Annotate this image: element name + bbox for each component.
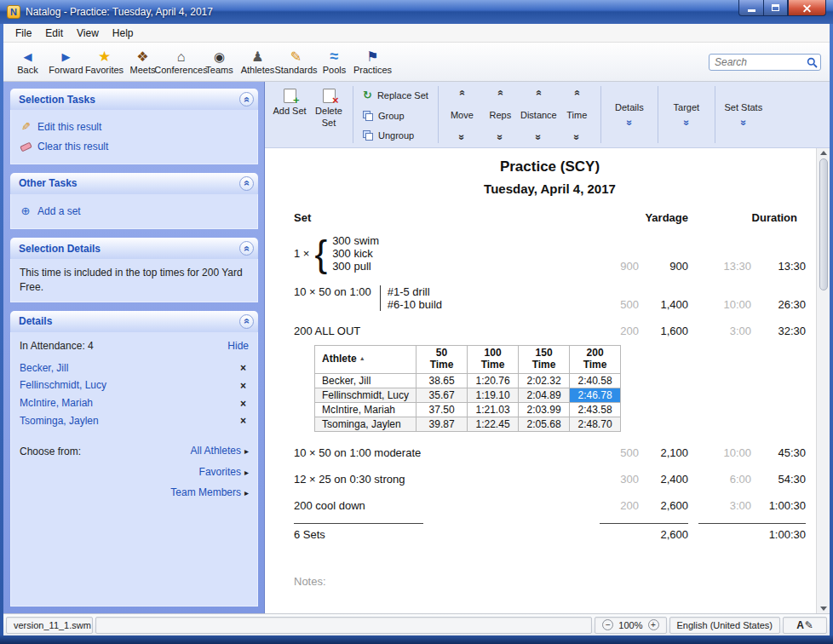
remove-attendee-icon[interactable] [238, 417, 249, 425]
distance-up-button[interactable] [534, 90, 543, 96]
collapse-panel-button[interactable] [239, 92, 254, 106]
teams-button[interactable]: ◉ Teams [200, 48, 238, 77]
favorites-button[interactable]: ★ Favorites [85, 48, 124, 77]
set-stats-menu-button[interactable]: Set Stats [720, 84, 767, 145]
time-cell[interactable]: 1:21.03 [468, 402, 519, 417]
add-a-set-link[interactable]: Add a set [20, 201, 249, 221]
selection-tasks-header[interactable]: Selection Tasks [10, 89, 258, 110]
practices-button[interactable]: ⚑ Practices [353, 48, 392, 77]
reps-up-button[interactable] [496, 90, 504, 96]
athlete-name-cell[interactable]: Fellinschmidt, Lucy [315, 388, 416, 402]
time-cell[interactable]: 39.87 [416, 417, 468, 431]
edit-this-result-link[interactable]: Edit this result [20, 117, 249, 137]
collapse-panel-button[interactable] [239, 241, 254, 256]
athletes-button[interactable]: ♟ Athletes [238, 48, 277, 77]
menu-edit[interactable]: Edit [38, 26, 70, 41]
collapse-panel-button[interactable] [239, 314, 254, 329]
time-cell[interactable]: 2:43.58 [570, 402, 621, 417]
attendee-link[interactable]: Becker, Jill [20, 361, 238, 376]
move-down-button[interactable] [457, 135, 466, 141]
other-tasks-header[interactable]: Other Tasks [10, 173, 258, 194]
column-header-150-time[interactable]: 150 Time [519, 346, 570, 374]
remove-attendee-icon[interactable] [238, 382, 249, 390]
search-icon[interactable] [807, 57, 818, 68]
vertical-scrollbar[interactable] [816, 148, 830, 613]
time-cell[interactable]: 2:48.70 [570, 417, 621, 431]
scroll-down-arrow[interactable] [820, 607, 827, 611]
scroll-up-arrow[interactable] [820, 151, 827, 155]
maximize-button[interactable] [763, 0, 788, 16]
back-button[interactable]: ◀ Back [9, 48, 47, 77]
set-row-4[interactable]: 10 × 50 on 1:00 moderate 500 2,100 10:00… [294, 446, 806, 459]
collapse-panel-button[interactable] [239, 176, 254, 191]
column-header-200-time[interactable]: 200 Time [570, 346, 621, 374]
standards-button[interactable]: ✎ Standards [277, 48, 315, 77]
menu-view[interactable]: View [70, 26, 106, 41]
favorites-link[interactable]: Favorites [170, 465, 249, 480]
move-up-button[interactable] [457, 90, 466, 96]
menu-help[interactable]: Help [106, 26, 141, 41]
menu-file[interactable]: File [9, 26, 38, 41]
target-menu-button[interactable]: Target [663, 84, 710, 145]
scrollbar-thumb[interactable] [819, 158, 828, 290]
attendee-link[interactable]: Tsominga, Jaylen [20, 414, 238, 428]
group-button[interactable]: Group [359, 110, 432, 122]
zoom-in-button[interactable]: + [648, 619, 659, 630]
reps-down-button[interactable] [496, 135, 504, 141]
athlete-name-cell[interactable]: McIntire, Mariah [315, 402, 416, 417]
minimize-button[interactable] [738, 0, 763, 16]
team-members-link[interactable]: Team Members [170, 486, 249, 500]
close-button[interactable] [788, 0, 826, 16]
set-row-3[interactable]: 200 ALL OUT 200 1,600 3:00 32:30 [294, 325, 806, 337]
column-header-50-time[interactable]: 50 Time [416, 346, 468, 374]
time-cell-selected[interactable]: 2:46.78 [570, 388, 621, 402]
time-cell[interactable]: 35.67 [416, 388, 468, 402]
delete-set-button[interactable]: Delete Set [309, 84, 348, 145]
all-athletes-label: All Athletes [191, 445, 241, 457]
replace-set-button[interactable]: Replace Set [359, 88, 432, 102]
time-cell[interactable]: 2:05.68 [519, 417, 570, 431]
search-input[interactable] [709, 54, 821, 71]
time-up-button[interactable] [572, 90, 581, 96]
athlete-name-cell[interactable]: Tsominga, Jaylen [315, 417, 416, 431]
clear-this-result-link[interactable]: Clear this result [20, 137, 249, 157]
titlebar[interactable]: N Natalog - Practice: Tuesday, April 4, … [0, 0, 833, 24]
remove-attendee-icon[interactable] [238, 400, 249, 408]
time-cell[interactable]: 2:04.89 [519, 388, 570, 402]
time-cell[interactable]: 1:19.10 [468, 388, 519, 402]
time-cell[interactable]: 37.50 [416, 402, 468, 417]
zoom-out-button[interactable]: − [602, 619, 613, 630]
forward-button[interactable]: ▶ Forward [47, 48, 85, 77]
add-set-button[interactable]: Add Set [270, 84, 309, 145]
time-cell[interactable]: 38.65 [416, 373, 468, 388]
remove-attendee-icon[interactable] [238, 364, 249, 372]
set-row-1[interactable]: 1 × 300 swim 300 kick 300 pull 900 900 [294, 234, 806, 273]
details-menu-button[interactable]: Details [606, 84, 653, 145]
time-cell[interactable]: 2:40.58 [570, 373, 621, 388]
add-set-label: Add Set [273, 106, 306, 118]
attendee-link[interactable]: Fellinschmidt, Lucy [20, 378, 238, 393]
set-row-5[interactable]: 12 × 25 on 0:30 strong 300 2,400 6:00 54… [294, 473, 806, 486]
hide-link[interactable]: Hide [227, 339, 249, 354]
pools-button[interactable]: ≈ Pools [315, 48, 353, 77]
language-status[interactable]: English (United States) [669, 617, 781, 634]
set-row-2[interactable]: 10 × 50 on 1:00 #1-5 drill #6-10 build 5… [294, 285, 806, 311]
input-language-button[interactable] [783, 617, 827, 634]
choose-from-label: Choose from: [20, 444, 170, 459]
attendee-link[interactable]: McIntire, Mariah [20, 396, 238, 411]
time-cell[interactable]: 2:02.32 [519, 373, 570, 388]
set-row-6[interactable]: 200 cool down 200 2,600 3:00 1:00:30 [294, 499, 806, 512]
time-cell[interactable]: 1:20.76 [468, 373, 519, 388]
all-athletes-link[interactable]: All Athletes [170, 444, 249, 458]
time-cell[interactable]: 1:22.45 [468, 417, 519, 431]
details-header[interactable]: Details [10, 311, 258, 332]
athlete-name-cell[interactable]: Becker, Jill [315, 373, 416, 388]
conferences-button[interactable]: ⌂ Conferences [162, 48, 200, 77]
ungroup-button[interactable]: Ungroup [359, 129, 432, 141]
column-header-100-time[interactable]: 100 Time [468, 346, 519, 374]
time-down-button[interactable] [572, 135, 581, 141]
time-cell[interactable]: 2:03.99 [519, 402, 570, 417]
selection-details-header[interactable]: Selection Details [10, 238, 258, 259]
athlete-column-header[interactable]: Athlete▲ [315, 346, 416, 374]
distance-down-button[interactable] [534, 135, 543, 141]
